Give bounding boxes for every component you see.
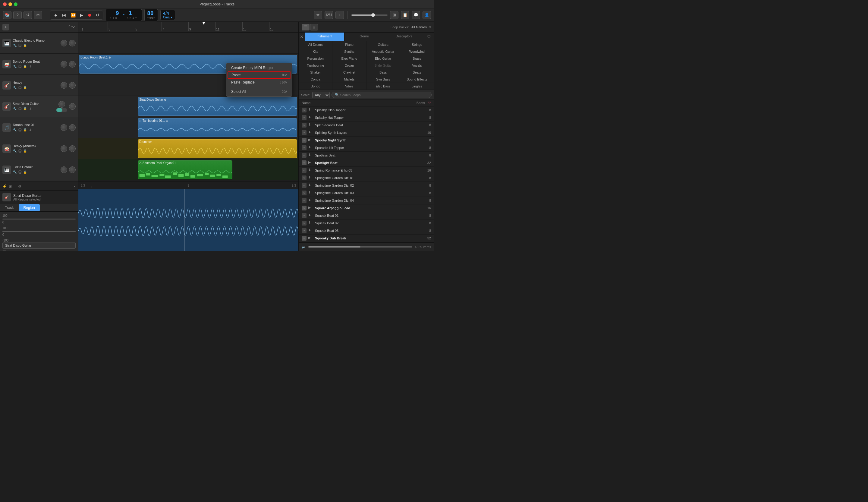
tab-genre[interactable]: Genre [344, 33, 384, 41]
filter-vibes[interactable]: Vibes [332, 83, 366, 90]
maximize-button[interactable] [14, 2, 18, 6]
track-mute-bongo-room-beat[interactable]: 🔧 [13, 64, 17, 69]
loop-item-spring-romance-erhu-05[interactable]: ≈ ⬇ Spring Romance Erhu 05 16 [299, 167, 434, 174]
track-item-tambourine-01[interactable]: 🎵 Tambourine 01 🔧 🎧 🔒 ⬇ [0, 117, 78, 138]
loop-item-spotlight-beat[interactable]: ≈ ▶ Spotlight Beat 32 [299, 159, 434, 167]
loop-button[interactable]: ↺ [95, 12, 101, 18]
context-menu-paste-replace[interactable]: Paste Replace ⇧⌘V [226, 79, 292, 86]
track-pan-knob-heavy[interactable] [69, 82, 76, 89]
track-item-heavy[interactable]: 🎸 Heavy 🔧 🎧 🔒 [0, 75, 78, 96]
track-lock-heavy-anders[interactable]: 🔒 [23, 148, 27, 153]
smart-mode-button[interactable]: ⌃⌥ [68, 25, 76, 29]
tab-track[interactable]: Track [0, 204, 19, 211]
loop-play-squeak-beat-01[interactable]: ⬇ [308, 213, 313, 218]
settings-button[interactable]: 👤 [423, 11, 431, 19]
loop-item-spotless-beat[interactable]: ≈ ⬇ Spotless Beat 8 [299, 152, 434, 159]
track-download-strat-disco-guitar[interactable]: ⬇ [28, 106, 32, 111]
region-southern-rock-organ[interactable]: ◇ Southern Rock Organ 01 [138, 161, 232, 179]
piano-roll-icon[interactable]: ⊞ [9, 184, 12, 188]
tab-instrument[interactable]: Instrument [305, 33, 344, 41]
track-volume-knob-heavy-anders[interactable] [61, 145, 67, 152]
loop-play-spooky-night-synth[interactable]: ▶ [308, 138, 313, 143]
filter-kits[interactable]: Kits [299, 48, 332, 55]
drop-apple-loops-area[interactable]: Drag Apple Loops here. [79, 180, 298, 182]
share-button[interactable]: 💬 [412, 11, 420, 19]
loop-play-squeaky-dub-break[interactable]: ▶ [308, 236, 313, 240]
track-lock-bongo-room-beat[interactable]: 🔒 [23, 64, 27, 69]
filter-shaker[interactable]: Shaker [299, 69, 332, 76]
loop-play-squeak-beat-03[interactable]: ⬇ [308, 228, 313, 233]
track-item-heavy-anders[interactable]: 🥁 Heavy (Anders) 🔧 🎧 🔒 [0, 138, 78, 159]
loop-play-splitting-synth-layers[interactable]: ⬇ [308, 130, 313, 135]
loop-item-springtime-garden-dizi-03[interactable]: ≈ ⬇ Springtime Garden Dizi 03 8 [299, 189, 434, 197]
region-drummer[interactable]: Drummer [138, 139, 297, 158]
grid-view-button[interactable]: ⊞ [310, 24, 318, 30]
close-filter-tab[interactable]: ✕ [299, 33, 305, 41]
track-mute-heavy-anders[interactable]: 🔧 [13, 148, 17, 153]
loop-item-spooky-night-synth[interactable]: ≈ ▶ Spooky Night Synth 8 [299, 136, 434, 144]
pencil-tool-button[interactable]: ✏ [314, 11, 322, 19]
track-headphone-bongo-room-beat[interactable]: 🎧 [18, 64, 22, 69]
tracks-scroll-area[interactable]: Bongo Room Beat.1 ⊕ [79, 33, 298, 182]
loop-item-springtime-garden-dizi-01[interactable]: ≈ ⬇ Springtime Garden Dizi 01 8 [299, 174, 434, 182]
track-pan-knob-tambourine-01[interactable] [69, 124, 76, 131]
track-lane-classic-electric-piano[interactable] [79, 33, 298, 54]
track-pan-knob-strat-disco-guitar[interactable] [69, 103, 76, 110]
smart-controls-toggle[interactable]: 1234 [324, 11, 333, 19]
add-track-button[interactable]: + [2, 24, 9, 30]
track-lock-classic-electric-piano[interactable]: 🔒 [23, 43, 27, 47]
reverse-checkbox[interactable] [2, 250, 6, 251]
track-pan-knob-bongo-room-beat[interactable] [69, 61, 76, 68]
track-item-evb3-default[interactable]: 🎹 EVB3 Default 🔧 🎧 🔒 [0, 159, 78, 180]
context-menu-paste[interactable]: Paste ⌘V [228, 71, 291, 79]
track-lane-strat-disco-guitar[interactable]: Strat Disco Guitar ⊕ [79, 96, 298, 117]
context-menu-select-all[interactable]: Select All ⌘A [226, 88, 292, 95]
loop-play-springtime-garden-dizi-03[interactable]: ⬇ [308, 191, 313, 195]
filter-mallets[interactable]: Mallets [332, 76, 366, 83]
track-headphone-evb3-default[interactable]: 🎧 [18, 170, 22, 174]
go-to-beginning-button[interactable]: ⏪ [69, 12, 77, 18]
loop-play-springtime-garden-dizi-04[interactable]: ⬇ [308, 198, 313, 203]
filter-piano[interactable]: Piano [332, 41, 366, 48]
filter-conga[interactable]: Conga [299, 76, 332, 83]
loop-item-splitting-synth-layers[interactable]: ≈ ⬇ Splitting Synth Layers 16 [299, 129, 434, 136]
loop-item-squeak-beat-01[interactable]: ≈ ⬇ Squeak Beat 01 8 [299, 212, 434, 219]
scissors-button[interactable]: ✂ [34, 11, 42, 19]
zoom-out-button[interactable]: ⊞ [390, 11, 399, 19]
filter-organ[interactable]: Organ [332, 62, 366, 69]
filter-elec-piano[interactable]: Elec Piano [332, 55, 366, 62]
reverse-playback-toggle[interactable]: Reverse Playback [2, 250, 76, 251]
track-mute-evb3-default[interactable]: 🔧 [13, 170, 17, 174]
track-pan-knob-evb3-default[interactable] [69, 166, 76, 173]
list-view-button[interactable]: ☰ [302, 24, 310, 30]
filter-bass[interactable]: Bass [366, 69, 400, 76]
track-volume-knob-strat-disco-guitar[interactable] [59, 101, 65, 107]
track-lock-tambourine-01[interactable]: 🔒 [23, 127, 27, 132]
help-button[interactable]: ? [13, 11, 22, 19]
filter-percussion[interactable]: Percussion [299, 55, 332, 62]
filter-acoustic-guitar[interactable]: Acoustic Guitar [366, 48, 400, 55]
close-bottom-button[interactable]: × [74, 185, 76, 188]
fast-forward-button[interactable]: ⏭ [61, 12, 68, 18]
track-mute-tambourine-01[interactable]: 🔧 [13, 127, 17, 132]
filter-strings[interactable]: Strings [400, 41, 434, 48]
loop-item-squeaky-dub-break[interactable]: ≈ ▶ Squeaky Dub Break 32 [299, 235, 434, 242]
track-lane-tambourine-01[interactable]: ◇ Tambourine 01.1 ⊕ [79, 117, 298, 138]
scale-select[interactable]: Any Major Minor [312, 92, 330, 98]
region-tambourine-01[interactable]: ◇ Tambourine 01.1 ⊕ [138, 118, 297, 137]
loop-item-squeak-beat-03[interactable]: ≈ ⬇ Squeak Beat 03 8 [299, 227, 434, 235]
metronome-button[interactable]: ↺ [23, 11, 32, 19]
filter-guitars[interactable]: Guitars [366, 41, 400, 48]
filter-vocals[interactable]: Vocals [400, 62, 434, 69]
track-headphone-classic-electric-piano[interactable]: 🎧 [18, 43, 22, 47]
play-button[interactable]: ▶ [79, 12, 84, 18]
loop-play-squeak-beat-02[interactable]: ⬇ [308, 221, 313, 226]
context-menu-create-midi[interactable]: Create Empty MIDI Region [226, 64, 292, 71]
filter-syn-bass[interactable]: Syn Bass [366, 76, 400, 83]
filter-slide-guitar[interactable]: Slide Guitar [366, 62, 400, 69]
smart-controls-icon2[interactable]: ⚙ [18, 184, 21, 188]
track-download-bongo-room-beat[interactable]: ⬇ [28, 64, 32, 69]
waveform-editor[interactable] [79, 189, 298, 251]
track-headphone-strat-disco-guitar[interactable]: 🎧 [18, 106, 22, 111]
region-strat-disco-guitar[interactable]: Strat Disco Guitar ⊕ [138, 97, 297, 116]
